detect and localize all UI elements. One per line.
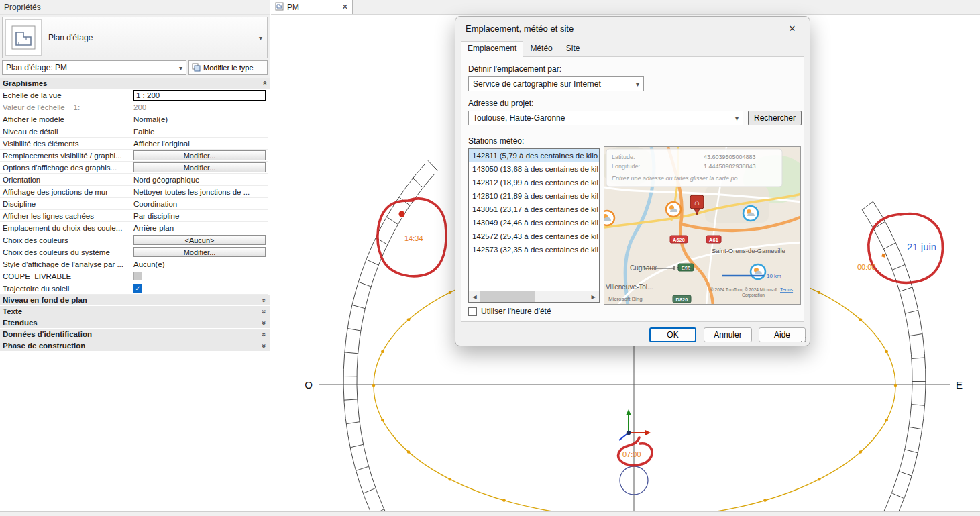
weather-station-item[interactable]: 143051 (23,17 à des centaines de kil [469,203,599,216]
tab-meteo[interactable]: Météo [523,41,559,56]
section-header-collapsed[interactable]: Données d'identification» [0,329,270,340]
scroll-left-icon[interactable]: ◀ [469,291,480,302]
tab-emplacement[interactable]: Emplacement [461,41,523,57]
property-label: Choix des couleurs du système [0,246,131,258]
property-value-button[interactable]: Modifier... [133,150,266,160]
property-value-button[interactable]: Modifier... [133,162,266,172]
chevron-double-down-icon[interactable]: » [260,344,267,347]
properties-panel-header[interactable]: Propriétés [0,0,270,15]
property-label: COUPE_LIVRABLE [0,270,131,282]
property-label: Visibilité des éléments [0,138,131,149]
property-value[interactable]: Arrière-plan [133,224,266,232]
section-graphismes[interactable]: Graphismes » [0,78,270,89]
resize-grip[interactable] [800,336,807,343]
property-value[interactable]: Nord géographique [133,176,266,184]
property-value-cell: Afficher l'original [131,138,268,149]
sun-position-marker[interactable] [399,211,405,217]
property-value-button[interactable]: <Aucun> [133,235,266,245]
weather-station-item[interactable]: 143050 (13,68 à des centaines de kil [469,162,599,176]
property-value[interactable]: 200 [133,103,266,111]
chevron-double-down-icon[interactable]: » [260,309,267,313]
dst-checkbox-label: Utiliser l'heure d'été [481,307,551,316]
checkbox-checked-icon[interactable]: ✓ [133,284,142,293]
scrollbar-thumb[interactable] [480,291,535,302]
property-label: Remplacements visibilité / graphi... [0,150,131,161]
orientation-gizmo[interactable] [619,409,651,440]
property-label: Options d'affichage des graphis... [0,162,131,173]
scroll-right-icon[interactable]: ▶ [588,291,599,302]
map-view[interactable]: A620 A61 E80 D820 [604,146,801,305]
svg-text:5 miles: 5 miles [677,266,694,272]
ok-button[interactable]: OK [649,327,696,342]
type-name: Plan d'étage [48,33,93,42]
location-method-select[interactable]: Service de cartographie sur Internet ▾ [468,76,644,91]
section-header-collapsed[interactable]: Texte» [0,306,270,317]
weather-station-item[interactable]: 143049 (24,46 à des centaines de kil [469,216,599,229]
close-icon[interactable]: ✕ [783,23,802,34]
section-label: Niveau en fond de plan [3,296,87,304]
property-label: Afficher les lignes cachées [0,210,131,221]
sun-time-label: 14:34 [404,234,423,242]
property-row: Style d'affichage de l'analyse par ...Au… [0,258,268,270]
section-header-collapsed[interactable]: Phase de construction» [0,340,270,352]
chevron-double-up-icon[interactable]: » [260,81,267,85]
property-grid: Echelle de la vue1 : 200Valeur de l'éche… [0,89,270,295]
map-label-city: Villeneuve-Tol... [606,283,653,291]
tab-label: PM [287,3,299,12]
chevron-double-down-icon[interactable]: » [260,321,267,324]
section-header-collapsed[interactable]: Niveau en fond de plan» [0,295,270,306]
project-address-combo[interactable]: Toulouse, Haute-Garonne ▾ [468,111,743,125]
chevron-down-icon[interactable]: ▾ [259,34,262,42]
chevron-double-down-icon[interactable]: » [260,332,267,336]
tab-site[interactable]: Site [559,41,587,56]
weather-station-item[interactable]: 142810 (21,89 à des centaines de kil [469,189,599,203]
property-row: Niveau de détailFaible [0,125,268,138]
morning-label: 07:00 [622,450,641,458]
property-row: Echelle de la vue1 : 200 [0,89,268,101]
latitude-value: 43.6039505004883 [704,154,756,160]
weather-station-item[interactable]: 142573 (32,35 à des centaines de kil [469,243,599,256]
weather-station-icon[interactable] [751,264,765,279]
weather-station-icon[interactable] [666,202,681,217]
property-value[interactable]: Faible [133,127,266,136]
dialog-titlebar[interactable]: Emplacement, météo et site ✕ [455,17,810,40]
search-button[interactable]: Rechercher [748,111,802,125]
horizontal-scrollbar[interactable]: ◀ ▶ [469,291,599,302]
property-value[interactable]: Coordination [133,200,266,208]
weather-station-icon[interactable] [604,211,614,225]
bottom-scrollbar-strip[interactable] [0,511,980,516]
property-value[interactable]: Par discipline [133,212,266,220]
bing-logo: Microsoft Bing [608,296,643,302]
chevron-double-down-icon[interactable]: » [260,298,267,301]
property-value[interactable]: Aucun(e) [133,260,266,268]
house-icon: ⌂ [694,197,700,207]
terms-link[interactable]: Terms [780,287,794,292]
property-value-cell: Nord géographique [131,174,268,185]
property-value-cell: Par discipline [131,210,268,221]
property-value[interactable]: Afficher l'original [133,140,266,148]
property-row: Remplacements visibilité / graphi...Modi… [0,150,268,162]
weather-station-item[interactable]: 142572 (25,43 à des centaines de kil [469,229,599,243]
tab-pm[interactable]: PM ✕ [271,0,353,14]
edit-type-button[interactable]: Modifier le type [188,60,268,75]
weather-station-item[interactable]: 142811 (5,79 à des centaines de kilo [469,149,599,162]
property-value[interactable]: Nettoyer toutes les jonctions de ... [133,188,266,196]
property-value-button[interactable]: Modifier... [133,247,266,257]
property-label: Afficher le modèle [0,113,131,125]
dst-checkbox-row[interactable]: Utiliser l'heure d'été [468,307,551,316]
checkbox-unchecked-icon[interactable] [468,307,477,316]
weather-station-item[interactable]: 142812 (18,99 à des centaines de kil [469,176,599,189]
road-shield-a61: A61 [706,236,721,243]
cancel-button[interactable]: Annuler [704,327,752,342]
close-tab-icon[interactable]: ✕ [342,3,348,11]
help-button[interactable]: Aide [759,327,806,342]
property-value-cell: Modifier... [131,162,268,173]
section-label: Graphismes [3,79,47,87]
property-value-input[interactable]: 1 : 200 [133,90,266,101]
view-selector-combo[interactable]: Plan d'étage: PM ▾ [2,60,186,75]
property-row: Visibilité des élémentsAfficher l'origin… [0,138,268,150]
type-selector[interactable]: Plan d'étage ▾ [2,17,268,58]
property-value[interactable]: Normal(e) [133,115,266,123]
section-header-collapsed[interactable]: Etendues» [0,317,270,329]
weather-station-icon[interactable] [743,206,758,221]
